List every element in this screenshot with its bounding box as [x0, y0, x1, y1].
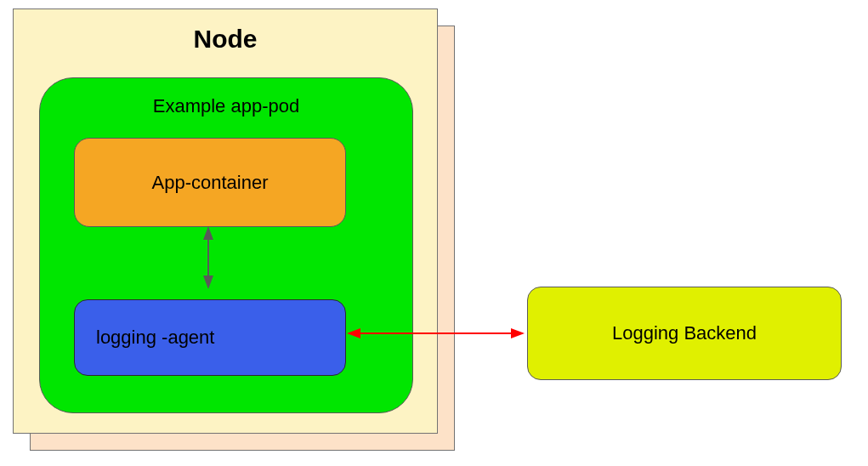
logging-backend-box: Logging Backend: [527, 287, 842, 380]
logging-backend-label: Logging Backend: [612, 322, 757, 344]
app-container-label: App-container: [152, 172, 269, 194]
pod-title: Example app-pod: [40, 95, 412, 117]
logging-agent-box: logging -agent: [74, 299, 346, 376]
app-container-box: App-container: [74, 138, 346, 227]
logging-agent-label: logging -agent: [96, 327, 214, 349]
node-title: Node: [14, 25, 437, 54]
node-box: Node Example app-pod App-container loggi…: [13, 9, 438, 434]
pod-box: Example app-pod App-container logging -a…: [39, 77, 413, 413]
